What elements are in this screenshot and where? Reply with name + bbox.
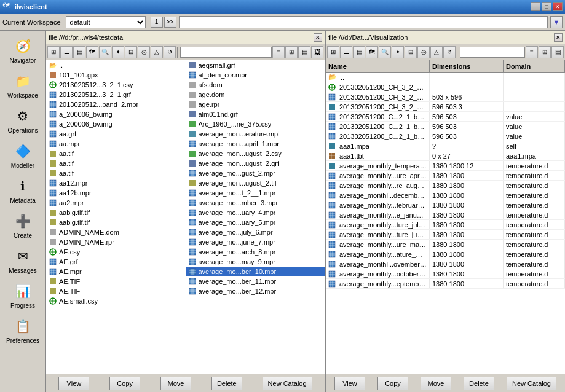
left-tb-btn-5[interactable]: 🔍 (99, 46, 111, 58)
list-item[interactable]: 2013020512...3_2_1.grf (46, 90, 186, 100)
sidebar-item-preferences[interactable]: 📋 Preferences (2, 313, 44, 347)
nav-back-button[interactable]: 1 (151, 17, 163, 28)
right-tb-btn-9[interactable]: △ (430, 46, 443, 58)
left-tb-btn-2[interactable]: ☰ (60, 46, 73, 58)
right-tb-view-details[interactable]: ▤ (551, 46, 564, 58)
list-item[interactable]: Arc_1960_...ne_375.csy (186, 119, 325, 129)
table-row[interactable]: aaa1.tbt0 x 27aaa1.mpa (326, 151, 565, 161)
table-row[interactable]: average_monthly...e_january_5.mpr1380 18… (326, 210, 565, 220)
sidebar-item-navigator[interactable]: 🧭 Navigator (2, 33, 44, 67)
left-tb-btn-6[interactable]: ✦ (112, 46, 124, 58)
right-tb-btn-5[interactable]: 🔍 (379, 46, 391, 58)
workspace-select[interactable]: default (66, 16, 146, 28)
list-item[interactable]: aabig.tif.tif (46, 218, 186, 227)
right-tb-btn-2[interactable]: ☰ (340, 46, 352, 58)
right-catalog-path[interactable] (460, 47, 525, 58)
left-tb-view-details[interactable]: ▤ (298, 46, 310, 58)
list-item[interactable]: average_mo...uary_4.mpr (186, 208, 325, 218)
list-item[interactable]: a_200006_bv.img (46, 109, 186, 119)
list-item[interactable]: a_200006_bv.img (46, 119, 186, 129)
list-item[interactable]: AE.TIF (46, 286, 186, 296)
left-new-catalog-button[interactable]: New Catalog (263, 377, 312, 390)
list-item[interactable]: 📂.. (46, 60, 186, 70)
left-tb-view-icons[interactable]: ⊞ (285, 46, 298, 58)
right-new-catalog-button[interactable]: New Catalog (507, 377, 556, 390)
right-tb-btn-8[interactable]: ◎ (417, 46, 430, 58)
table-row[interactable]: average_monthly...ture_july_6.mpr1380 18… (326, 220, 565, 230)
list-item[interactable]: af_dem_cor.mpr (186, 70, 325, 80)
list-item[interactable]: average_mon...erature.mpl (186, 129, 325, 139)
list-item[interactable]: average_mo...ber_12.mpr (186, 286, 325, 296)
list-item[interactable]: 2013020512...band_2.mpr (46, 100, 186, 109)
left-copy-button[interactable]: Copy (109, 377, 140, 390)
left-tb-view-list[interactable]: ≡ (272, 46, 285, 58)
table-row[interactable]: average_monthly...february_4.mpr1380 180… (326, 200, 565, 210)
list-item[interactable]: average_mo...ber_10.mpr (186, 267, 325, 276)
table-row[interactable]: 201302051200_CH_3_2_1.csy (326, 82, 565, 92)
left-tb-view-thumb[interactable]: 🖼 (311, 46, 323, 58)
table-row[interactable]: 201302051200_CH_3_2_1.mpl596 503 3 (326, 102, 565, 112)
list-item[interactable]: ADMIN_NAME.rpr (46, 237, 186, 247)
address-bar[interactable] (179, 16, 548, 28)
list-item[interactable]: average_mo...gust_2.mpr (186, 168, 325, 178)
sidebar-item-messages[interactable]: ✉ Messages (2, 243, 44, 277)
list-item[interactable]: AE.TIF (46, 276, 186, 286)
sidebar-item-modeller[interactable]: 🔷 Modeller (2, 138, 44, 172)
right-view-button[interactable]: View (334, 377, 365, 390)
left-view-button[interactable]: View (58, 377, 89, 390)
list-item[interactable]: AE.csy (46, 247, 186, 257)
list-item[interactable]: aa.grf (46, 129, 186, 139)
list-item[interactable]: aa12.mpr (46, 178, 186, 188)
list-item[interactable]: average_mo...uary_5.mpr (186, 218, 325, 227)
list-item[interactable]: AE.small.csy (46, 296, 186, 306)
list-item[interactable]: average_mon...ugust_2.tif (186, 178, 325, 188)
sidebar-item-metadata[interactable]: ℹ Metadata (2, 173, 44, 207)
list-item[interactable]: average_mo...arch_8.mpr (186, 247, 325, 257)
left-catalog-path[interactable] (180, 47, 272, 58)
list-item[interactable]: average_mo...july_6.mpr (186, 227, 325, 237)
list-item[interactable]: aa12b.mpr (46, 188, 186, 198)
left-delete-button[interactable]: Delete (211, 377, 242, 390)
right-tb-view-list[interactable]: ≡ (526, 46, 538, 58)
right-copy-button[interactable]: Copy (377, 377, 408, 390)
list-item[interactable]: age.rpr (186, 100, 325, 109)
right-catalog-close-button[interactable]: ✕ (554, 33, 563, 42)
list-item[interactable]: afs.dom (186, 80, 325, 90)
table-row[interactable]: average_monthly...ure_march_8.mpr1380 18… (326, 240, 565, 249)
left-tb-btn-1[interactable]: ⊞ (47, 46, 60, 58)
list-item[interactable]: AE.mpr (46, 267, 186, 276)
sidebar-item-workspace[interactable]: 📁 Workspace (2, 68, 44, 102)
left-tb-btn-10[interactable]: ↺ (164, 46, 176, 58)
list-item[interactable]: aa.tif (46, 159, 186, 168)
list-item[interactable]: average_mon...ugust_2.csy (186, 149, 325, 159)
list-item[interactable]: aa.mpr (46, 139, 186, 149)
table-row[interactable]: 📂.. (326, 73, 565, 82)
right-tb-btn-6[interactable]: ✦ (392, 46, 404, 58)
list-item[interactable]: alm011nd.grf (186, 109, 325, 119)
col-header-dimensions[interactable]: Dimensions (430, 60, 504, 72)
list-item[interactable]: aabig.tif.tif (46, 208, 186, 218)
table-row[interactable]: average_monthly...ture_june_7.mpr1380 18… (326, 230, 565, 240)
table-row[interactable]: average_monthly...eptember_12.mpr1380 18… (326, 279, 565, 289)
table-row[interactable]: average_monthl...ovember_10.mpr1380 1800… (326, 259, 565, 269)
right-tb-btn-1[interactable]: ⊞ (327, 46, 339, 58)
table-row[interactable]: average_monthly...october_11.mpr1380 180… (326, 269, 565, 279)
table-row[interactable]: average_monthl...december_3.mpr1380 1800… (326, 190, 565, 200)
list-item[interactable]: age.dom (186, 90, 325, 100)
nav-forward-button[interactable]: >> (164, 17, 176, 28)
col-header-name[interactable]: Name (326, 60, 430, 72)
table-row[interactable]: average_monthly_temperature.mpl1380 1800… (326, 161, 565, 171)
left-tb-btn-9[interactable]: △ (151, 46, 163, 58)
list-item[interactable]: average_mon...ugust_2.grf (186, 159, 325, 168)
table-row[interactable]: average_monthly...ure_april_1.mpr1380 18… (326, 171, 565, 181)
list-item[interactable]: average_mo...ber_11.mpr (186, 276, 325, 286)
list-item[interactable]: 101_101.gpx (46, 70, 186, 80)
list-item[interactable]: aa.tif (46, 168, 186, 178)
right-tb-btn-10[interactable]: ↺ (443, 46, 456, 58)
close-button[interactable]: ✕ (553, 2, 563, 11)
list-item[interactable]: aeqsmall.grf (186, 60, 325, 70)
right-tb-btn-7[interactable]: ⊟ (405, 46, 417, 58)
list-item[interactable]: ADMIN_NAME.dom (46, 227, 186, 237)
table-row[interactable]: 201302051200_C...2_1_band_3.mpr596 503va… (326, 131, 565, 141)
table-row[interactable]: aaa1.mpa?self (326, 141, 565, 151)
